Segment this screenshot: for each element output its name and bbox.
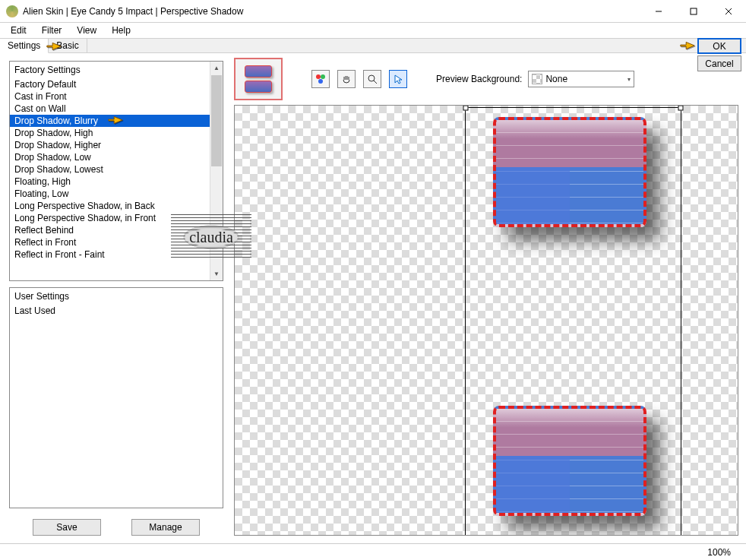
preview-object xyxy=(493,117,646,227)
manage-button[interactable]: Manage xyxy=(131,519,200,536)
user-settings-list[interactable]: User Settings Last Used xyxy=(9,287,223,508)
menu-help[interactable]: Help xyxy=(104,24,138,37)
app-icon xyxy=(6,5,18,17)
list-item[interactable]: Floating, High xyxy=(10,176,223,188)
status-bar: 100% xyxy=(0,543,746,560)
scroll-thumb[interactable] xyxy=(211,75,222,166)
selection-handle[interactable] xyxy=(678,106,684,111)
chevron-down-icon: ▾ xyxy=(627,76,631,83)
preview-bg-label: Preview Background: xyxy=(436,74,522,84)
list-item[interactable]: Cast on Wall xyxy=(10,103,223,115)
list-item[interactable]: Long Perspective Shadow, in Back xyxy=(10,200,223,212)
settings-pane: ▲ ▼ Factory Settings Factory DefaultCast… xyxy=(0,53,228,543)
pointer-tool[interactable] xyxy=(389,70,407,88)
tab-strip: Settings Basic OK Cancel xyxy=(0,38,746,53)
svg-point-5 xyxy=(321,74,325,79)
ok-button[interactable]: OK xyxy=(697,38,741,54)
preview-bg-select[interactable]: None ▾ xyxy=(528,71,634,87)
save-button[interactable]: Save xyxy=(33,519,101,536)
preview-object xyxy=(493,406,646,516)
svg-point-4 xyxy=(316,74,321,79)
maximize-button[interactable] xyxy=(676,0,711,23)
preview-thumbnail[interactable] xyxy=(234,58,283,100)
svg-point-7 xyxy=(368,75,375,81)
zoom-tool[interactable] xyxy=(363,70,381,88)
svg-rect-1 xyxy=(691,8,697,14)
list-item[interactable]: Floating, Low xyxy=(10,188,223,200)
window-title: Alien Skin | Eye Candy 5 Impact | Perspe… xyxy=(23,6,243,17)
watermark: claudia xyxy=(158,214,264,260)
list-item[interactable]: Last Used xyxy=(10,305,223,317)
menubar: Edit Filter View Help xyxy=(0,23,746,38)
menu-filter[interactable]: Filter xyxy=(34,24,70,37)
user-settings-header: User Settings xyxy=(10,288,223,305)
minimize-button[interactable] xyxy=(641,0,676,23)
selection-handle[interactable] xyxy=(463,106,469,111)
list-item[interactable]: Drop Shadow, Lowest xyxy=(10,163,223,176)
list-item[interactable]: Factory Default xyxy=(10,78,223,90)
menu-edit[interactable]: Edit xyxy=(3,24,34,37)
preview-toolbar: Preview Background: None ▾ xyxy=(234,56,738,102)
svg-line-8 xyxy=(374,81,377,84)
hand-pointer-icon xyxy=(679,38,696,53)
titlebar: Alien Skin | Eye Candy 5 Impact | Perspe… xyxy=(0,0,746,23)
list-item[interactable]: Drop Shadow, Higher xyxy=(10,139,223,151)
tab-basic[interactable]: Basic xyxy=(49,39,87,52)
preview-canvas[interactable] xyxy=(234,105,738,536)
menu-view[interactable]: View xyxy=(69,24,104,37)
list-item[interactable]: Cast in Front xyxy=(10,90,223,103)
scroll-down-icon[interactable]: ▼ xyxy=(210,267,223,280)
scroll-up-icon[interactable]: ▲ xyxy=(210,62,223,74)
close-button[interactable] xyxy=(711,0,746,23)
zoom-level: 100% xyxy=(707,547,731,558)
list-item[interactable]: Drop Shadow, Low xyxy=(10,151,223,163)
list-item[interactable]: Drop Shadow, Blurry xyxy=(10,115,223,127)
color-picker-tool[interactable] xyxy=(311,70,330,88)
tab-settings[interactable]: Settings xyxy=(0,39,49,53)
svg-point-6 xyxy=(318,79,323,84)
window-buttons xyxy=(641,0,746,23)
preview-pane: Preview Background: None ▾ xyxy=(228,53,746,543)
preview-bg-value: None xyxy=(545,74,567,84)
factory-settings-header: Factory Settings xyxy=(10,62,223,78)
checker-icon xyxy=(532,74,542,84)
list-item[interactable]: Drop Shadow, High xyxy=(10,127,223,139)
hand-tool[interactable] xyxy=(337,70,356,88)
watermark-text: claudia xyxy=(185,229,238,246)
